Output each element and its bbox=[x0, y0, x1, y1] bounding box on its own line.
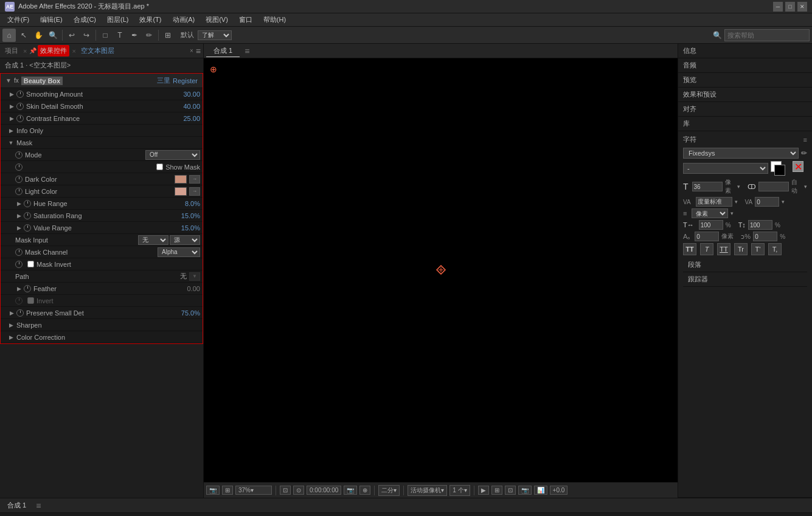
brush-tool[interactable]: ✏ bbox=[142, 29, 156, 42]
comp-panel-menu[interactable]: ≡ bbox=[245, 46, 249, 56]
zoom-tool[interactable]: 🔍 bbox=[46, 29, 60, 42]
mask-input-dropdown2[interactable]: 源 bbox=[170, 235, 200, 245]
param-value-preserve[interactable]: 75.0% bbox=[176, 309, 200, 317]
leading-input[interactable] bbox=[758, 182, 789, 191]
pin-icon[interactable]: 📌 bbox=[29, 47, 36, 54]
param-value-skin[interactable]: 40.00 bbox=[176, 103, 200, 110]
stopwatch-feather[interactable] bbox=[24, 285, 31, 292]
comp-tab[interactable]: 合成 1 bbox=[206, 45, 240, 57]
font-size-input[interactable] bbox=[692, 182, 723, 191]
dark-color-arrow[interactable]: → bbox=[189, 175, 200, 184]
vt-grid[interactable]: ⊕ bbox=[359, 486, 370, 495]
dark-color-swatch[interactable] bbox=[175, 175, 187, 184]
typo-btn-TT2[interactable]: TT bbox=[717, 243, 730, 255]
font-family-dropdown[interactable]: Fixedsys bbox=[683, 148, 799, 159]
leading-arrow[interactable]: ▾ bbox=[804, 184, 807, 190]
menu-animation[interactable]: 动画(A) bbox=[168, 14, 200, 26]
sharpen-toggle[interactable]: ▶ bbox=[8, 322, 14, 328]
select-tool[interactable]: ↖ bbox=[17, 29, 30, 42]
align-tool[interactable]: ⊞ bbox=[161, 29, 175, 42]
typo-btn-Tr[interactable]: Tr bbox=[734, 243, 748, 255]
kerning-arrow[interactable]: ▾ bbox=[735, 199, 738, 205]
stopwatch-hue[interactable] bbox=[24, 200, 31, 207]
panel-tab-effects[interactable]: 效果控件 bbox=[38, 45, 69, 57]
close-button[interactable]: ✕ bbox=[797, 2, 807, 12]
plugin-collapse-icon[interactable]: ▼ bbox=[5, 77, 12, 84]
char-panel-menu[interactable]: ≡ bbox=[803, 136, 807, 143]
tsume-input[interactable] bbox=[753, 232, 777, 241]
panel-menu-btn[interactable]: ≡ bbox=[196, 46, 201, 56]
para-align-arrow[interactable]: ▾ bbox=[730, 210, 734, 216]
shape-tool[interactable]: □ bbox=[99, 29, 112, 42]
home-tool[interactable]: ⌂ bbox=[2, 29, 16, 42]
param-value-hue[interactable]: 8.0% bbox=[176, 200, 200, 207]
param-expand-value[interactable]: ▶ bbox=[15, 224, 23, 232]
vt-graph[interactable]: 📊 bbox=[534, 486, 547, 495]
vt-zoom[interactable]: 37%▾ bbox=[235, 486, 272, 495]
stopwatch-value[interactable] bbox=[24, 224, 31, 232]
menu-window[interactable]: 窗口 bbox=[234, 14, 257, 26]
stopwatch-mask-channel[interactable] bbox=[15, 249, 23, 256]
menu-help[interactable]: 帮助(H) bbox=[259, 14, 291, 26]
param-expand-hue[interactable]: ▶ bbox=[15, 200, 23, 207]
color-correction-toggle[interactable]: ▶ bbox=[8, 334, 14, 340]
vt-camera[interactable]: 活动摄像机▾ bbox=[408, 485, 447, 496]
light-color-arrow[interactable]: → bbox=[189, 187, 200, 196]
font-stroke-color[interactable] bbox=[774, 165, 785, 176]
mask-input-dropdown1[interactable]: 无 bbox=[138, 235, 168, 245]
menu-composition[interactable]: 合成(C) bbox=[69, 14, 101, 26]
stopwatch-skin[interactable] bbox=[16, 103, 24, 110]
mask-channel-dropdown[interactable]: Alpha bbox=[158, 247, 200, 257]
baseline-input[interactable] bbox=[695, 232, 719, 241]
stopwatch-invert[interactable] bbox=[15, 297, 23, 304]
plugin-register[interactable]: Register bbox=[173, 77, 198, 84]
section-sharpen[interactable]: ▶ Sharpen bbox=[1, 319, 203, 331]
vt-region2[interactable]: ⊡ bbox=[280, 486, 291, 495]
pen-tool[interactable]: ✒ bbox=[128, 29, 141, 42]
mode-dropdown[interactable]: Off On bbox=[145, 150, 200, 160]
redo-tool[interactable]: ↪ bbox=[80, 29, 93, 42]
typo-btn-TT[interactable]: TT bbox=[683, 243, 696, 255]
param-value-smoothing[interactable]: 30.00 bbox=[176, 91, 200, 98]
tracking-arrow[interactable]: ▾ bbox=[782, 199, 785, 205]
vt-camera2[interactable]: 📷 bbox=[518, 486, 532, 495]
scale-v-input[interactable] bbox=[748, 220, 772, 230]
panel-tab-text-layer[interactable]: 空文本图层 bbox=[78, 45, 117, 57]
para-align-dropdown[interactable]: 像素 bbox=[692, 208, 728, 218]
param-value-saturation[interactable]: 15.0% bbox=[176, 212, 200, 219]
invert-label[interactable]: Invert bbox=[27, 297, 54, 304]
typo-btn-T-italic[interactable]: T bbox=[700, 243, 713, 255]
minimize-button[interactable]: ─ bbox=[773, 2, 783, 12]
info-only-toggle[interactable]: ▶ bbox=[8, 128, 14, 134]
stopwatch-mask-invert[interactable] bbox=[15, 261, 23, 268]
menu-edit[interactable]: 编辑(E) bbox=[35, 14, 68, 26]
section-info[interactable]: 信息 bbox=[678, 44, 812, 58]
light-color-swatch[interactable] bbox=[175, 187, 187, 196]
vt-toggle[interactable]: ⊙ bbox=[293, 486, 304, 495]
vt-export[interactable]: ⊡ bbox=[505, 486, 516, 495]
scale-h-input[interactable] bbox=[699, 220, 723, 230]
param-value-value[interactable]: 15.0% bbox=[176, 224, 200, 232]
param-expand-feather[interactable]: ▶ bbox=[15, 285, 23, 292]
kerning-input[interactable] bbox=[696, 197, 732, 207]
menu-view[interactable]: 视图(V) bbox=[201, 14, 233, 26]
section-info-only[interactable]: ▶ Info Only bbox=[1, 125, 203, 137]
plugin-link[interactable]: 三里 bbox=[157, 76, 170, 85]
font-size-arrow[interactable]: ▾ bbox=[737, 184, 740, 190]
plugin-header[interactable]: ▼ fx Beauty Box 三里 Register bbox=[1, 74, 203, 88]
section-paragraph[interactable]: 段落 bbox=[683, 258, 807, 272]
stopwatch-light-color[interactable] bbox=[15, 188, 23, 195]
vt-time[interactable]: 0:00:00:00 bbox=[307, 486, 341, 495]
show-mask-checkbox[interactable] bbox=[156, 163, 163, 170]
stopwatch-smoothing[interactable] bbox=[16, 91, 24, 98]
section-color-correction[interactable]: ▶ Color Correction bbox=[1, 331, 203, 343]
font-edit-icon[interactable]: ✏ bbox=[801, 149, 807, 157]
vt-render[interactable]: ▶ bbox=[478, 486, 489, 495]
show-mask-checkbox-label[interactable]: Show Mask bbox=[156, 163, 200, 171]
section-audio[interactable]: 音频 bbox=[678, 58, 812, 73]
search-input[interactable] bbox=[724, 29, 810, 41]
section-mask[interactable]: ▼ Mask bbox=[1, 137, 203, 149]
vt-region[interactable]: ⊞ bbox=[222, 486, 233, 495]
mask-invert-label[interactable]: Mask Invert bbox=[27, 261, 71, 268]
mask-toggle[interactable]: ▼ bbox=[8, 140, 14, 146]
